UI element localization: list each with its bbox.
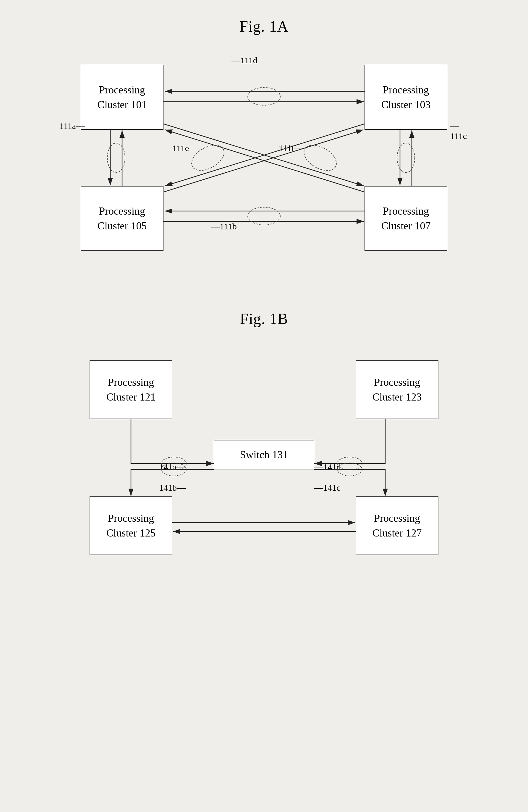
fig1a-title: Fig. 1A [240, 18, 288, 35]
svg-point-18 [187, 140, 229, 176]
page: Fig. 1A ProcessingCluster 101 Processing… [0, 0, 528, 812]
fig1b-title: Fig. 1B [240, 310, 288, 328]
svg-point-7 [248, 207, 280, 225]
fig1b-diagram: ProcessingCluster 121 ProcessingCluster … [72, 348, 456, 570]
svg-point-19 [300, 140, 341, 176]
fig1b-svg [72, 348, 456, 570]
fig1a-diagram: ProcessingCluster 101 ProcessingCluster … [57, 50, 471, 257]
fig1a-svg [57, 50, 471, 257]
svg-point-4 [248, 87, 280, 105]
